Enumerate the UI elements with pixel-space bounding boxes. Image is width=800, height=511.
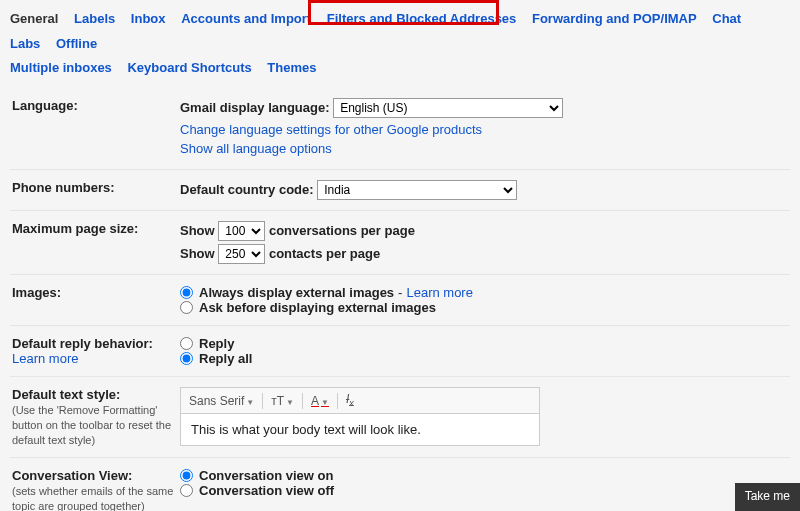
- label-language: Language:: [10, 98, 180, 113]
- row-images: Images: Always display external images -…: [10, 275, 790, 326]
- gmail-display-language-label: Gmail display language:: [180, 100, 330, 115]
- label-reply: Default reply behavior: Learn more: [10, 336, 180, 366]
- conversations-per-page-select[interactable]: 100: [218, 221, 265, 241]
- tab-multiple-inboxes[interactable]: Multiple inboxes: [10, 56, 112, 81]
- text-style-preview: This is what your body text will look li…: [180, 414, 540, 446]
- contacts-per-page-select[interactable]: 250: [218, 244, 265, 264]
- contacts-suffix: contacts per page: [269, 246, 380, 261]
- link-reply-learn-more[interactable]: Learn more: [12, 351, 78, 366]
- conversation-off-label: Conversation view off: [199, 483, 334, 498]
- font-picker[interactable]: Sans Serif▼: [189, 394, 254, 408]
- link-show-all-languages[interactable]: Show all language options: [180, 141, 332, 156]
- radio-reply[interactable]: [180, 337, 193, 350]
- textstyle-sub: (Use the 'Remove Formatting' button on t…: [12, 404, 171, 446]
- conversations-suffix: conversations per page: [269, 223, 415, 238]
- radio-reply-all[interactable]: [180, 352, 193, 365]
- settings-content: Language: Gmail display language: Englis…: [0, 88, 800, 511]
- tab-inbox[interactable]: Inbox: [131, 7, 166, 32]
- conversation-sub: (sets whether emails of the same topic a…: [12, 485, 173, 511]
- row-conversation: Conversation View: (sets whether emails …: [10, 458, 790, 511]
- font-size-button[interactable]: тT▼: [271, 394, 294, 408]
- font-color-button[interactable]: A▼: [311, 394, 329, 408]
- country-code-label: Default country code:: [180, 182, 314, 197]
- row-phone: Phone numbers: Default country code: Ind…: [10, 170, 790, 211]
- tab-accounts[interactable]: Accounts and Import: [181, 7, 311, 32]
- take-me-button[interactable]: Take me: [735, 483, 800, 511]
- show-label-2: Show: [180, 246, 215, 261]
- link-change-language-settings[interactable]: Change language settings for other Googl…: [180, 122, 482, 137]
- radio-conversation-on[interactable]: [180, 469, 193, 482]
- country-code-select[interactable]: India: [317, 180, 517, 200]
- label-textstyle: Default text style: (Use the 'Remove For…: [10, 387, 180, 447]
- remove-formatting-button[interactable]: Ix: [346, 392, 354, 408]
- row-textstyle: Default text style: (Use the 'Remove For…: [10, 377, 790, 458]
- settings-tabs: General Labels Inbox Accounts and Import…: [0, 0, 800, 88]
- radio-images-ask[interactable]: [180, 301, 193, 314]
- reply-all-label: Reply all: [199, 351, 252, 366]
- tab-general[interactable]: General: [10, 7, 58, 32]
- language-select[interactable]: English (US): [333, 98, 563, 118]
- tab-labels[interactable]: Labels: [74, 7, 115, 32]
- images-always-label: Always display external images: [199, 285, 394, 300]
- tab-chat[interactable]: Chat: [712, 7, 741, 32]
- show-label-1: Show: [180, 223, 215, 238]
- label-pagesize: Maximum page size:: [10, 221, 180, 236]
- label-phone: Phone numbers:: [10, 180, 180, 195]
- tab-forwarding[interactable]: Forwarding and POP/IMAP: [532, 7, 697, 32]
- tab-themes[interactable]: Themes: [267, 56, 316, 81]
- row-reply: Default reply behavior: Learn more Reply…: [10, 326, 790, 377]
- label-conversation: Conversation View: (sets whether emails …: [10, 468, 180, 511]
- conversation-on-label: Conversation view on: [199, 468, 333, 483]
- text-style-toolbar: Sans Serif▼ тT▼ A▼ Ix: [180, 387, 540, 413]
- row-language: Language: Gmail display language: Englis…: [10, 88, 790, 170]
- radio-images-always[interactable]: [180, 286, 193, 299]
- tab-filters[interactable]: Filters and Blocked Addresses: [327, 7, 517, 32]
- tab-keyboard[interactable]: Keyboard Shortcuts: [127, 56, 251, 81]
- link-images-learn-more[interactable]: Learn more: [406, 285, 472, 300]
- row-pagesize: Maximum page size: Show 100 conversation…: [10, 211, 790, 275]
- radio-conversation-off[interactable]: [180, 484, 193, 497]
- tab-labs[interactable]: Labs: [10, 32, 40, 57]
- label-images: Images:: [10, 285, 180, 300]
- images-ask-label: Ask before displaying external images: [199, 300, 436, 315]
- reply-label: Reply: [199, 336, 234, 351]
- tab-offline[interactable]: Offline: [56, 32, 97, 57]
